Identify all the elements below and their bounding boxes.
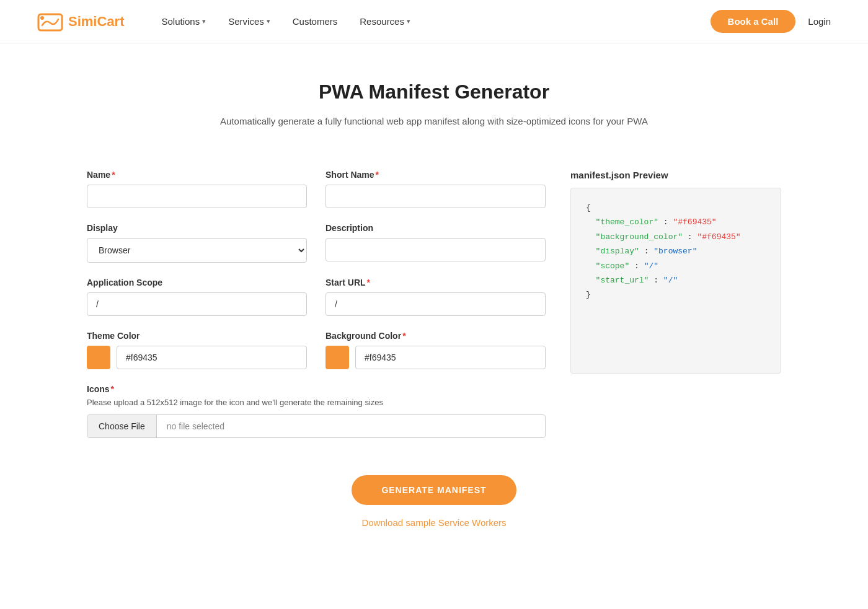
- short-name-input[interactable]: [326, 185, 546, 208]
- file-name-label: no file selected: [157, 415, 234, 437]
- chevron-down-icon: ▾: [407, 17, 410, 25]
- json-line-theme-color: "theme_color" : "#f69435": [586, 217, 717, 227]
- nav-right: Book a Call Login: [711, 10, 831, 33]
- form-group-short-name: Short Name*: [326, 170, 546, 208]
- login-button[interactable]: Login: [808, 16, 831, 27]
- nav-solutions[interactable]: Solutions ▾: [161, 16, 206, 27]
- form-group-bg-color: Background Color*: [326, 331, 546, 369]
- nav-customers[interactable]: Customers: [293, 16, 338, 27]
- color-row-bg: [326, 346, 546, 369]
- bg-color-input[interactable]: [355, 346, 546, 369]
- display-select[interactable]: Browser Fullscreen Standalone Minimal UI: [87, 238, 307, 263]
- start-url-label: Start URL*: [326, 278, 546, 287]
- json-close-brace: }: [586, 290, 591, 299]
- nav-services[interactable]: Services ▾: [228, 16, 270, 27]
- logo-text: SimiCart: [68, 14, 124, 30]
- logo[interactable]: SimiCart: [37, 11, 124, 33]
- app-scope-label: Application Scope: [87, 278, 307, 287]
- required-star: *: [111, 384, 114, 394]
- bg-color-label: Background Color*: [326, 331, 546, 341]
- svg-point-1: [40, 16, 44, 20]
- required-star: *: [402, 331, 405, 341]
- page-subtitle: Automatically generate a fully functiona…: [87, 116, 781, 126]
- bottom-section: GENERATE MANIFEST Download sample Servic…: [87, 475, 781, 528]
- preview-box: { "theme_color" : "#f69435" "background_…: [570, 188, 781, 374]
- form-group-description: Description: [326, 223, 546, 263]
- nav-resources[interactable]: Resources ▾: [360, 16, 410, 27]
- page-title: PWA Manifest Generator: [87, 81, 781, 103]
- description-input[interactable]: [326, 238, 546, 261]
- json-line-start-url: "start_url" : "/": [586, 276, 678, 285]
- app-scope-input[interactable]: [87, 292, 307, 316]
- choose-file-button[interactable]: Choose File: [87, 415, 157, 437]
- json-line-display: "display" : "browser": [586, 247, 697, 256]
- start-url-input[interactable]: [326, 292, 546, 316]
- theme-color-input[interactable]: [117, 346, 307, 369]
- description-label: Description: [326, 223, 546, 233]
- page-content: PWA Manifest Generator Automatically gen…: [62, 43, 806, 577]
- required-star: *: [376, 170, 379, 180]
- file-input-wrapper: Choose File no file selected: [87, 414, 546, 438]
- name-label: Name*: [87, 170, 307, 180]
- icons-hint: Please upload a 512x512 image for the ic…: [87, 398, 546, 407]
- form-row-colors: Theme Color Background Color*: [87, 331, 546, 369]
- preview-panel: manifest.json Preview { "theme_color" : …: [570, 170, 781, 374]
- form-group-display: Display Browser Fullscreen Standalone Mi…: [87, 223, 307, 263]
- color-row-theme: [87, 346, 307, 369]
- form-row-display: Display Browser Fullscreen Standalone Mi…: [87, 223, 546, 263]
- form-section: Name* Short Name* Display Browser: [87, 170, 546, 438]
- form-group-app-scope: Application Scope: [87, 278, 307, 316]
- generate-manifest-button[interactable]: GENERATE MANIFEST: [352, 475, 516, 505]
- theme-color-label: Theme Color: [87, 331, 307, 341]
- chevron-down-icon: ▾: [202, 17, 206, 25]
- name-input[interactable]: [87, 185, 307, 208]
- icons-label: Icons*: [87, 384, 546, 394]
- json-line-scope: "scope" : "/": [586, 261, 658, 271]
- short-name-label: Short Name*: [326, 170, 546, 180]
- required-star: *: [367, 278, 370, 287]
- form-group-theme-color: Theme Color: [87, 331, 307, 369]
- theme-color-swatch[interactable]: [87, 346, 110, 369]
- form-row-scope: Application Scope Start URL*: [87, 278, 546, 316]
- form-layout: Name* Short Name* Display Browser: [87, 170, 781, 438]
- chevron-down-icon: ▾: [267, 17, 270, 25]
- required-star: *: [112, 170, 115, 180]
- book-call-button[interactable]: Book a Call: [711, 10, 796, 33]
- preview-title: manifest.json Preview: [570, 170, 781, 180]
- display-label: Display: [87, 223, 307, 233]
- navbar: SimiCart Solutions ▾ Services ▾ Customer…: [0, 0, 868, 43]
- bg-color-swatch[interactable]: [326, 346, 349, 369]
- icons-section: Icons* Please upload a 512x512 image for…: [87, 384, 546, 438]
- download-service-workers-link[interactable]: Download sample Service Workers: [87, 517, 781, 528]
- json-open-brace: {: [586, 203, 591, 212]
- form-group-name: Name*: [87, 170, 307, 208]
- nav-links: Solutions ▾ Services ▾ Customers Resourc…: [161, 16, 710, 27]
- form-group-start-url: Start URL*: [326, 278, 546, 316]
- logo-icon: [37, 11, 63, 33]
- json-line-bg-color: "background_color" : "#f69435": [586, 232, 741, 242]
- form-row-name: Name* Short Name*: [87, 170, 546, 208]
